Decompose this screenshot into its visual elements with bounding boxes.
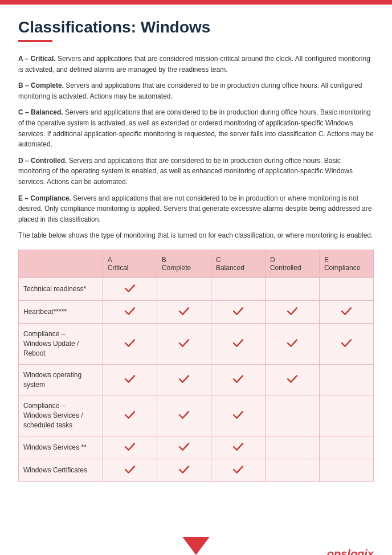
row-label: Windows Services ** [19, 436, 103, 459]
checkmark-icon [124, 309, 136, 317]
checkmark-icon [232, 341, 244, 349]
checkmark-icon [178, 445, 190, 453]
check-cell [211, 395, 265, 436]
check-cell [319, 436, 373, 459]
table-row: Compliance – Windows Services / schedule… [19, 395, 374, 436]
checkmark-icon [178, 413, 190, 421]
checkmark-icon [178, 309, 190, 317]
check-cell [103, 301, 157, 324]
checkmark-icon [232, 309, 244, 317]
row-label: Compliance – Windows Services / schedule… [19, 395, 103, 436]
checkmark-icon [287, 341, 298, 349]
check-cell [319, 459, 373, 481]
col-header-row-label [19, 250, 103, 278]
description-item: B – Complete. Servers and applications t… [18, 80, 374, 101]
check-cell [157, 324, 211, 364]
col-header-c-balanced: CBalanced [211, 250, 265, 278]
table-row: Heartbeat***** [19, 301, 374, 324]
table-row: Windows Services ** [19, 436, 374, 459]
check-cell [211, 436, 265, 459]
check-cell [265, 278, 319, 301]
check-cell [265, 395, 319, 436]
check-cell [103, 436, 157, 459]
checkmark-icon [124, 377, 136, 385]
descriptions: A – Critical. Servers and applications t… [18, 54, 374, 225]
checkmark-icon [232, 468, 244, 476]
page-title: Classifications: Windows [18, 18, 374, 36]
table-row: Compliance – Windows Update / Reboot [19, 324, 374, 364]
top-bar [0, 0, 392, 5]
check-cell [157, 364, 211, 395]
description-item: A – Critical. Servers and applications t… [18, 54, 374, 75]
check-cell [319, 395, 373, 436]
title-underline [18, 40, 52, 42]
checkmark-icon [232, 445, 244, 453]
checkmark-icon [232, 377, 244, 385]
col-header-d-controlled: DControlled [265, 250, 319, 278]
description-item: D – Controlled. Servers and applications… [18, 156, 374, 187]
check-cell [265, 436, 319, 459]
table-row: Windows operating system [19, 364, 374, 395]
check-cell [265, 459, 319, 481]
check-cell [265, 301, 319, 324]
table-row: Windows Certificates [19, 459, 374, 481]
table-row: Technical readiness* [19, 278, 374, 301]
check-cell [211, 364, 265, 395]
checkmark-icon [341, 309, 352, 317]
check-cell [211, 459, 265, 481]
checkmark-icon [287, 377, 298, 385]
checkmark-icon [178, 468, 190, 476]
classifications-table: ACriticalBCompleteCBalancedDControlledEC… [18, 250, 374, 481]
table-intro: The table below shows the type of monito… [18, 230, 374, 240]
check-cell [103, 278, 157, 301]
table-body: Technical readiness*Heartbeat*****Compli… [19, 278, 374, 481]
row-label: Windows operating system [19, 364, 103, 395]
col-header-a-critical: ACritical [103, 250, 157, 278]
check-cell [157, 459, 211, 481]
description-item: C – Balanced. Servers and applications t… [18, 107, 374, 149]
description-item: E – Compliance. Servers and applications… [18, 193, 374, 225]
checkmark-icon [124, 445, 136, 453]
check-cell [211, 324, 265, 364]
col-header-e-compliance: ECompliance [319, 250, 373, 278]
checkmark-icon [124, 413, 136, 421]
checkmark-icon [341, 341, 352, 349]
check-cell [157, 436, 211, 459]
check-cell [265, 324, 319, 364]
check-cell [319, 301, 373, 324]
row-label: Technical readiness* [19, 278, 103, 301]
down-arrow-icon [182, 537, 210, 555]
checkmark-icon [232, 413, 244, 421]
brand-label: opslogix [327, 548, 374, 555]
check-cell [265, 364, 319, 395]
check-cell [157, 278, 211, 301]
row-label: Compliance – Windows Update / Reboot [19, 324, 103, 364]
footer: opslogix [0, 528, 392, 555]
row-label: Heartbeat***** [19, 301, 103, 324]
check-cell [319, 364, 373, 395]
table-header: ACriticalBCompleteCBalancedDControlledEC… [19, 250, 374, 278]
checkmark-icon [124, 468, 136, 476]
check-cell [211, 278, 265, 301]
check-cell [319, 278, 373, 301]
check-cell [319, 324, 373, 364]
check-cell [211, 301, 265, 324]
check-cell [103, 459, 157, 481]
check-cell [103, 395, 157, 436]
check-cell [157, 301, 211, 324]
checkmark-icon [178, 377, 190, 385]
check-cell [103, 324, 157, 364]
check-cell [103, 364, 157, 395]
main-content: Classifications: Windows A – Critical. S… [0, 5, 392, 528]
checkmark-icon [124, 341, 136, 349]
row-label: Windows Certificates [19, 459, 103, 481]
checkmark-icon [287, 309, 298, 317]
col-header-b-complete: BComplete [157, 250, 211, 278]
checkmark-icon [124, 287, 136, 295]
check-cell [157, 395, 211, 436]
checkmark-icon [178, 341, 190, 349]
